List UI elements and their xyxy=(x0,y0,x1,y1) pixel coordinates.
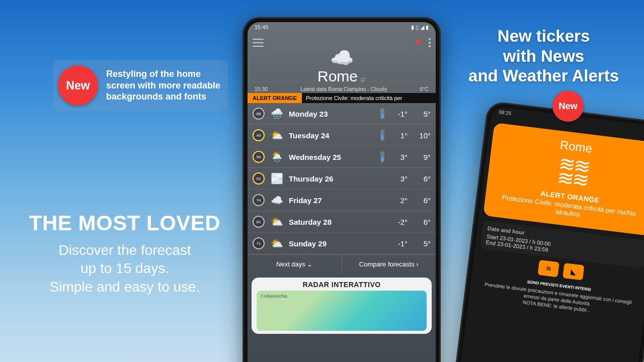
status-bar: 15:45 ▮ ▯ ◢ ▮ xyxy=(248,22,436,35)
temp-high: 6° xyxy=(413,196,431,205)
phone-mockup-main: 15:45 ▮ ▯ ◢ ▮ ♥ ☁️ Rome⌕ 15:30 Latest da… xyxy=(243,17,441,362)
radar-map[interactable]: Civitavecchia xyxy=(257,291,427,331)
reliability-ring: 74 xyxy=(253,194,265,206)
weather-icon: 🌧️ xyxy=(270,108,284,120)
bottom-actions: Next days ⌄ Compare forecasts › xyxy=(248,254,436,274)
weather-icon: 🌦️ xyxy=(270,151,284,163)
day-label: Sunday 29 xyxy=(289,239,375,248)
phone-mockup-alert: 08:25 ▮ ◢ ▮ ✕ Rome ≋≋≋≋ ALERT ORANGE Pro… xyxy=(444,101,644,362)
day-label: Friday 27 xyxy=(289,196,375,205)
temp-high: 6° xyxy=(413,174,431,183)
temp-low: 2° xyxy=(389,196,408,205)
search-icon[interactable]: ⌕ xyxy=(361,74,366,83)
weather-icon: ⛅ xyxy=(270,237,284,249)
forecast-list: 88🌧️Monday 23-1°5°49⛅Tuesday 241°10°50🌦️… xyxy=(248,103,436,254)
compare-button[interactable]: Compare forecasts › xyxy=(342,255,436,274)
reliability-ring: 81 xyxy=(253,216,265,228)
alert-ticker[interactable]: ALERT ORANGE Protezione Civile: moderata… xyxy=(248,93,436,103)
thermometer-icon xyxy=(380,151,384,162)
temp-low: -2° xyxy=(389,218,408,226)
alert-card: ✕ Rome ≋≋≋≋ ALERT ORANGE Protezione Civi… xyxy=(483,123,644,236)
forecast-row[interactable]: 49⛅Tuesday 241°10° xyxy=(248,125,436,146)
status-time: 15:45 xyxy=(255,24,269,35)
reliability-ring: 50 xyxy=(253,151,265,163)
marketing-copy: THE MOST LOVED Discover the forecast up … xyxy=(14,211,235,296)
day-label: Wednesday 25 xyxy=(289,153,375,161)
temp-low: 3° xyxy=(389,153,408,161)
forecast-row[interactable]: 71⛅Sunday 29-1°5° xyxy=(248,233,436,254)
right-headline: New tickers with News and Weather Alerts xyxy=(468,26,619,86)
phone-screen: 15:45 ▮ ▯ ◢ ▮ ♥ ☁️ Rome⌕ 15:30 Latest da… xyxy=(248,22,436,362)
new-badge: New xyxy=(58,65,98,106)
reliability-ring: 71 xyxy=(253,237,265,249)
temp-high: 6° xyxy=(413,218,431,226)
forecast-row[interactable]: 62🌫️Thursday 263°6° xyxy=(248,168,436,190)
current-subline: 15:30 Latest data Roma Ciampino - Cloudy… xyxy=(248,85,436,93)
day-label: Saturday 28 xyxy=(289,218,375,226)
callout-text: Restyling of the home screen with more r… xyxy=(106,68,221,103)
temp-low: 3° xyxy=(389,174,408,183)
temp-high: 10° xyxy=(413,131,431,140)
forecast-row[interactable]: 50🌦️Wednesday 253°9° xyxy=(248,146,436,168)
favorite-icon[interactable]: ♥ xyxy=(415,37,421,48)
weather-icon: ⛅ xyxy=(270,129,284,141)
callout-card: New Restyling of the home screen with mo… xyxy=(53,60,228,111)
flood-icon[interactable]: ≋ xyxy=(537,260,559,278)
menu-icon[interactable] xyxy=(253,39,264,47)
temp-low: -1° xyxy=(389,110,408,118)
weather-icon-hero: ☁️ xyxy=(248,47,436,69)
marketing-body: Discover the forecast up to 15 days. Sim… xyxy=(14,241,235,296)
more-icon[interactable] xyxy=(429,38,431,47)
marketing-headline: THE MOST LOVED xyxy=(14,211,235,235)
status-icons: ▮ ▯ ◢ ▮ xyxy=(411,24,429,35)
temp-high: 5° xyxy=(413,239,431,248)
weather-icon: ⛅ xyxy=(270,216,284,228)
temp-low: 1° xyxy=(389,131,408,140)
phone-screen-alert: 08:25 ▮ ◢ ▮ ✕ Rome ≋≋≋≋ ALERT ORANGE Pro… xyxy=(449,106,644,362)
radar-card[interactable]: RADAR INTERATTIVO Civitavecchia xyxy=(252,278,432,334)
day-label: Tuesday 24 xyxy=(289,131,375,140)
reliability-ring: 49 xyxy=(253,129,265,141)
day-label: Monday 23 xyxy=(289,110,375,118)
new-badge-right: New xyxy=(552,90,584,122)
reliability-ring: 62 xyxy=(253,172,265,185)
alert-tag: ALERT ORANGE xyxy=(248,93,302,103)
thermometer-icon xyxy=(380,108,384,119)
radar-title: RADAR INTERATTIVO xyxy=(257,281,427,289)
day-label: Thursday 26 xyxy=(289,174,375,183)
forecast-row[interactable]: 88🌧️Monday 23-1°5° xyxy=(248,103,436,125)
temp-high: 9° xyxy=(413,153,431,161)
landslide-icon[interactable]: ◣ xyxy=(562,263,584,281)
forecast-row[interactable]: 74☁️Friday 272°6° xyxy=(248,190,436,211)
weather-icon: ☁️ xyxy=(270,194,284,206)
thermometer-icon xyxy=(380,130,384,141)
weather-icon: 🌫️ xyxy=(270,172,284,185)
forecast-row[interactable]: 81⛅Saturday 28-2°6° xyxy=(248,211,436,233)
temp-high: 5° xyxy=(413,110,431,118)
reliability-ring: 88 xyxy=(253,108,265,120)
temp-low: -1° xyxy=(389,239,408,248)
alert-message: Protezione Civile: moderata criticità pe… xyxy=(302,93,436,103)
next-days-button[interactable]: Next days ⌄ xyxy=(248,255,342,274)
city-title[interactable]: Rome⌕ xyxy=(248,68,436,85)
